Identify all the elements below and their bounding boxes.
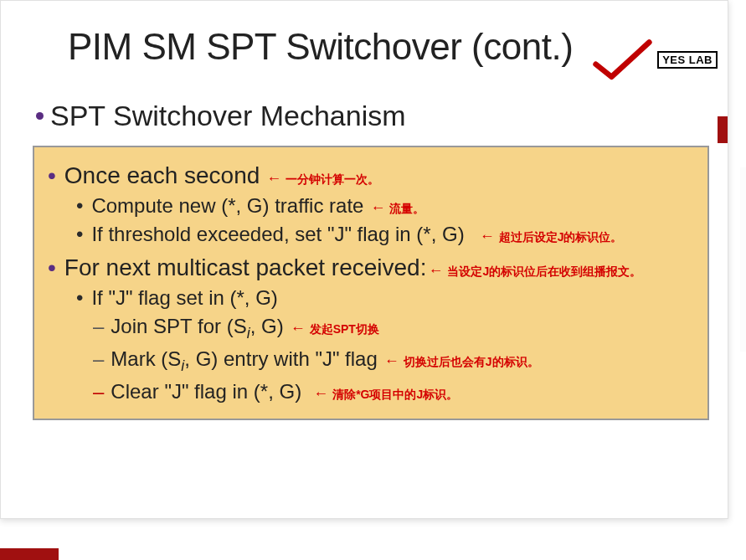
dash-icon: – [93,347,104,371]
dash-icon: – [93,315,104,338]
text-once: Once each second [64,162,260,189]
item-compute: • Compute new (*, G) traffic rate ← 流量。 [46,194,696,218]
item-fornext: • For next multicast packet received: ← … [46,254,696,281]
heading-bullet-icon [36,112,44,120]
text-join: Join SPT for (Si, G) [111,315,283,342]
dash-icon: – [93,380,104,403]
arrow-icon: ← [313,385,328,403]
text-mark-b: , G) entry with "J" flag [184,347,377,370]
text-ifj: If "J" flag set in (*, G) [91,286,277,310]
anno-mark: 切换过后也会有J的标识。 [404,355,539,370]
bullet-icon: • [48,256,56,280]
arrow-icon: ← [428,262,443,280]
bullet-icon: • [76,224,83,244]
item-mark: – Mark (Si, G) entry with "J" flag ← 切换过… [46,347,696,375]
decorative-bar-right [718,116,728,143]
text-compute: Compute new (*, G) traffic rate [91,194,363,218]
arrow-icon: ← [480,228,495,245]
arrow-icon: ← [384,352,399,370]
bullet-icon: • [76,288,83,308]
bullet-icon: • [76,196,83,216]
anno-clear: 清除*G项目中的J标识。 [332,388,458,403]
decorative-bar-bottom [0,548,59,560]
text-join-b: , G) [250,315,284,337]
slide-header: PIM SM SPT Switchover (cont.) YES LAB [1,1,728,76]
item-once: • Once each second ← 一分钟计算一次。 [46,162,696,189]
logo: YES LAB [657,51,718,69]
anno-compute: 流量。 [389,202,424,217]
bullet-icon: • [48,164,56,188]
right-edge-decoration [740,167,746,352]
anno-fornext: 当设定J的标识位后在收到组播报文。 [447,265,641,280]
text-threshold: If threshold exceeded, set "J" flag in (… [91,223,464,246]
anno-threshold: 超过后设定J的标识位。 [499,230,623,245]
item-ifj: • If "J" flag set in (*, G) [46,286,696,310]
slide: PIM SM SPT Switchover (cont.) YES LAB SP… [0,0,728,519]
section-heading: SPT Switchover Mechanism [50,100,406,132]
text-mark: Mark (Si, G) entry with "J" flag [111,347,377,375]
text-join-a: Join SPT for (S [111,315,246,337]
arrow-icon: ← [370,199,385,217]
anno-join: 发起SPT切换 [310,322,379,337]
text-mark-a: Mark (S [111,347,181,370]
arrow-icon: ← [291,320,306,337]
logo-text: YES LAB [657,51,718,69]
text-fornext: For next multicast packet received: [64,254,427,281]
checkmark-icon [591,36,654,86]
text-clear: Clear "J" flag in (*, G) [111,380,301,403]
content-box: • Once each second ← 一分钟计算一次。 • Compute … [33,146,709,420]
item-clear: – Clear "J" flag in (*, G) ← 清除*G项目中的J标识… [46,380,696,403]
arrow-icon: ← [266,170,281,188]
item-threshold: • If threshold exceeded, set "J" flag in… [46,223,696,246]
anno-once: 一分钟计算一次。 [286,172,379,188]
item-join: – Join SPT for (Si, G) ← 发起SPT切换 [46,315,696,342]
